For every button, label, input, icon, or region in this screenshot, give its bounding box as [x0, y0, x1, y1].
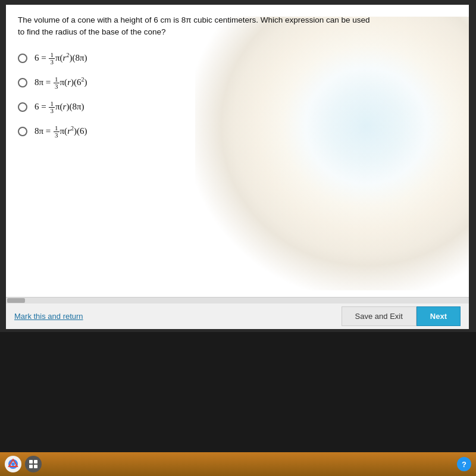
- below-screen-area: [0, 332, 476, 452]
- options-list: 6 = 13π(r2)(8π) 8π = 13π(r)(62) 6 = 13π(…: [18, 52, 457, 139]
- option-a[interactable]: 6 = 13π(r2)(8π): [18, 52, 457, 65]
- radio-a[interactable]: [18, 54, 27, 63]
- question-content: The volume of a cone with a height of 6 …: [6, 5, 469, 146]
- option-a-math: 6 = 13π(r2)(8π): [35, 52, 87, 65]
- next-button[interactable]: Next: [416, 306, 461, 326]
- svg-rect-5: [29, 465, 33, 468]
- scrollbar-thumb[interactable]: [7, 298, 25, 303]
- chrome-icon[interactable]: [5, 456, 21, 472]
- taskbar: ?: [0, 452, 476, 476]
- scrollbar-area[interactable]: [6, 297, 469, 303]
- option-d[interactable]: 8π = 13π(r2)(6): [18, 125, 457, 139]
- svg-point-2: [11, 462, 15, 466]
- radio-b[interactable]: [18, 78, 27, 87]
- help-button[interactable]: ?: [457, 457, 471, 471]
- radio-c[interactable]: [18, 102, 27, 112]
- option-d-math: 8π = 13π(r2)(6): [35, 125, 87, 139]
- option-c[interactable]: 6 = 13π(r)(8π): [18, 101, 457, 114]
- option-c-math: 6 = 13π(r)(8π): [35, 101, 84, 114]
- svg-rect-3: [29, 460, 33, 464]
- screen: The volume of a cone with a height of 6 …: [6, 5, 469, 329]
- radio-d[interactable]: [18, 127, 27, 136]
- svg-rect-6: [34, 465, 37, 468]
- save-exit-button[interactable]: Save and Exit: [342, 306, 416, 326]
- app-icon[interactable]: [25, 456, 42, 472]
- bottom-buttons: Save and Exit Next: [342, 306, 461, 326]
- bottom-bar: Mark this and return Save and Exit Next: [6, 303, 469, 329]
- option-b[interactable]: 8π = 13π(r)(62): [18, 76, 457, 90]
- svg-rect-4: [34, 460, 37, 464]
- question-text: The volume of a cone with a height of 6 …: [18, 14, 375, 39]
- mark-return-link[interactable]: Mark this and return: [14, 312, 83, 321]
- option-b-math: 8π = 13π(r)(62): [35, 76, 87, 90]
